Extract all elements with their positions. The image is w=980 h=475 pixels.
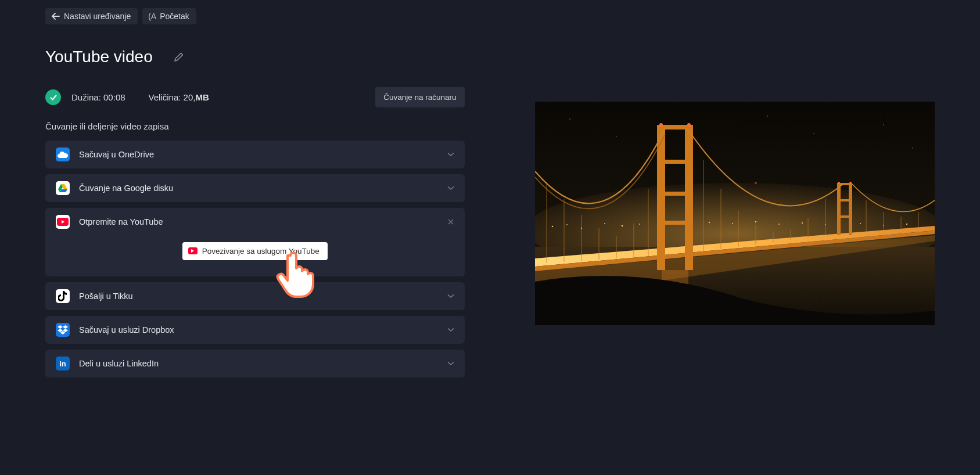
svg-point-12 [639, 224, 640, 225]
svg-point-33 [687, 123, 691, 127]
svg-rect-36 [849, 183, 852, 235]
svg-point-67 [755, 182, 757, 184]
destination-label: Pošalji u Tikku [79, 292, 438, 301]
continue-editing-label: Nastavi uređivanje [64, 12, 131, 21]
svg-rect-35 [837, 183, 841, 235]
destination-label: Čuvanje na Google disku [79, 183, 438, 193]
svg-point-40 [838, 182, 840, 184]
destination-linkedin[interactable]: in Deli u usluzi LinkedIn [45, 350, 465, 377]
save-to-computer-button[interactable]: Čuvanje na računaru [375, 87, 464, 107]
svg-point-62 [616, 136, 617, 136]
svg-rect-27 [685, 125, 693, 270]
app-root: Nastavi uređivanje (A Početak YouTube vi… [0, 0, 980, 475]
destination-onedrive[interactable]: Sačuvaj u OneDrive [45, 141, 465, 168]
destination-label: Deli u usluzi LinkedIn [79, 359, 438, 368]
destination-label: Sačuvaj u OneDrive [79, 150, 438, 159]
svg-point-41 [849, 182, 852, 184]
destination-dropbox[interactable]: Sačuvaj u usluzi Dropbox [45, 316, 465, 344]
svg-point-19 [860, 223, 861, 224]
breadcrumb: Nastavi uređivanje (A Početak [45, 8, 465, 24]
tiktok-icon [56, 289, 70, 303]
svg-rect-39 [837, 215, 852, 218]
google-drive-icon [56, 181, 70, 195]
close-icon[interactable] [447, 218, 454, 225]
svg-point-10 [604, 223, 605, 224]
chevron-down-icon [447, 186, 454, 190]
svg-point-14 [732, 223, 733, 224]
youtube-mini-icon [188, 247, 198, 254]
svg-point-7 [552, 226, 554, 228]
destination-tiktok[interactable]: Pošalji u Tikku [45, 282, 465, 310]
svg-point-64 [814, 133, 814, 134]
chevron-down-icon [447, 294, 454, 298]
video-preview[interactable] [535, 102, 935, 325]
svg-point-13 [709, 222, 710, 223]
destination-youtube-header[interactable]: Otpremite na YouTube [45, 208, 465, 236]
page-title: YouTube video [45, 48, 153, 66]
size-label: Veličina: 20,MB [149, 92, 209, 102]
destination-youtube-body: Povezivanje sa uslugom YouTube [45, 236, 465, 276]
title-row: YouTube video [45, 48, 465, 66]
edit-title-button[interactable] [174, 52, 184, 62]
destination-label: Sačuvaj u usluzi Dropbox [79, 325, 438, 334]
svg-rect-31 [657, 221, 693, 225]
connect-youtube-label: Povezivanje sa uslugom YouTube [202, 247, 320, 256]
svg-point-66 [913, 147, 913, 148]
right-column [490, 0, 981, 475]
svg-rect-30 [657, 192, 693, 196]
svg-point-8 [566, 224, 568, 225]
save-share-heading: Čuvanje ili deljenje video zapisa [45, 121, 465, 131]
svg-point-17 [802, 222, 803, 224]
svg-point-63 [767, 116, 768, 117]
length-label: Dužina: 00:08 [71, 92, 125, 102]
status-check-icon [45, 89, 61, 105]
meta-row: Dužina: 00:08 Veličina: 20,MB Čuvanje na… [45, 87, 465, 107]
destination-youtube[interactable]: Otpremite na YouTube Povezivanje sa uslu… [45, 208, 465, 276]
home-button[interactable]: (A Početak [142, 8, 196, 24]
chevron-down-icon [447, 152, 454, 157]
chevron-down-icon [447, 328, 454, 332]
linkedin-icon: in [56, 357, 70, 370]
home-label: Početak [160, 12, 189, 21]
svg-point-15 [755, 221, 757, 223]
continue-editing-button[interactable]: Nastavi uređivanje [45, 8, 138, 24]
destination-google-drive[interactable]: Čuvanje na Google disku [45, 174, 465, 202]
svg-point-16 [778, 224, 780, 225]
svg-point-32 [659, 123, 663, 127]
svg-point-21 [906, 224, 907, 225]
arrow-left-icon [51, 12, 60, 20]
home-prefix: (A [148, 12, 156, 21]
svg-point-11 [622, 225, 623, 227]
svg-point-61 [569, 118, 570, 120]
destinations-list: Sačuvaj u OneDrive Čuvanje na Google dis… [45, 141, 465, 377]
onedrive-icon [56, 147, 70, 161]
youtube-icon [56, 215, 70, 229]
left-column: Nastavi uređivanje (A Početak YouTube vi… [0, 0, 490, 475]
svg-point-65 [883, 124, 884, 125]
svg-rect-38 [837, 199, 852, 201]
chevron-down-icon [447, 361, 454, 366]
destination-label: Otpremite na YouTube [79, 217, 438, 226]
dropbox-icon [56, 323, 70, 337]
svg-rect-29 [657, 160, 693, 164]
connect-youtube-button[interactable]: Povezivanje sa uslugom YouTube [182, 242, 328, 260]
